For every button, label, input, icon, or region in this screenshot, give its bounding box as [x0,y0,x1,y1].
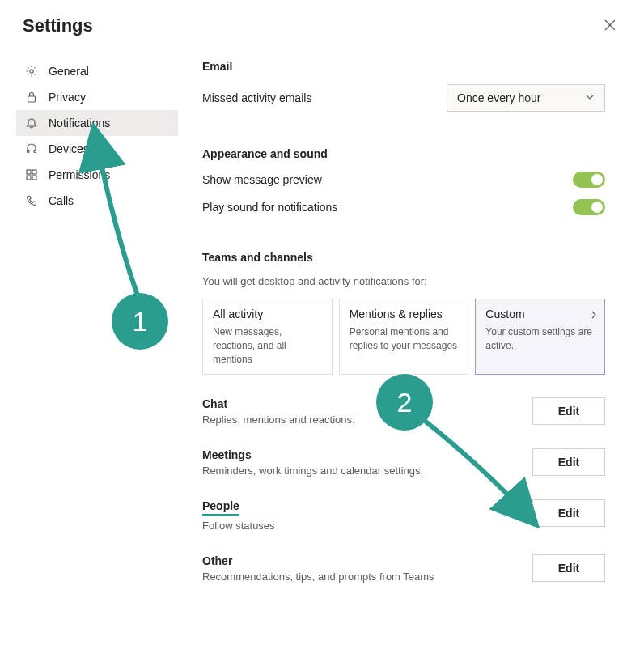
meetings-sub: Reminders, work timings and calendar set… [202,465,423,477]
svg-rect-3 [28,96,36,102]
card-desc: New messages, reactions, and all mention… [213,325,322,366]
card-custom[interactable]: Custom Your custom settings are active. [475,299,605,375]
sidebar-item-label: General [49,65,89,78]
apps-icon [24,168,39,182]
card-desc: Your custom settings are active. [485,325,595,353]
close-button[interactable] [599,15,621,37]
content: Email Missed activity emails Once every … [202,44,628,583]
sidebar-item-label: Permissions [49,168,110,181]
sidebar-item-label: Notifications [49,117,110,129]
meetings-edit-button[interactable]: Edit [532,448,605,476]
sidebar-item-label: Privacy [49,91,86,104]
svg-point-2 [30,70,33,73]
section-title-people: People [202,499,275,516]
close-icon [604,19,616,33]
phone-icon [24,193,39,208]
chevron-down-icon [585,91,595,104]
svg-rect-9 [32,176,36,180]
teams-sub: You will get desktop and activity notifi… [202,275,605,287]
chat-edit-button[interactable]: Edit [532,397,605,425]
card-desc: Personal mentions and replies to your me… [350,325,459,353]
section-title-teams: Teams and channels [202,251,605,264]
people-sub: Follow statuses [202,520,275,532]
missed-emails-value: Once every hour [457,91,541,104]
play-sound-label: Play sound for notifications [202,201,337,214]
missed-emails-label: Missed activity emails [202,91,311,104]
svg-rect-8 [27,176,31,180]
sidebar-item-notifications[interactable]: Notifications [16,110,178,136]
sidebar-item-privacy[interactable]: Privacy [16,84,178,110]
section-title-chat: Chat [202,397,355,410]
card-title: Custom [485,308,595,320]
other-edit-button[interactable]: Edit [532,554,605,582]
missed-emails-select[interactable]: Once every hour [447,84,605,112]
sidebar-item-general[interactable]: General [16,58,178,84]
sidebar: General Privacy Notifications Devices Pe [16,44,178,583]
sidebar-item-label: Devices [49,142,89,155]
sidebar-item-devices[interactable]: Devices [16,136,178,162]
chevron-right-icon [590,309,598,321]
play-sound-toggle[interactable] [573,199,605,215]
gear-icon [24,64,39,79]
svg-rect-4 [28,150,30,153]
section-title-email: Email [202,60,605,73]
people-edit-button[interactable]: Edit [532,499,605,527]
card-title: Mentions & replies [350,308,459,320]
page-title: Settings [23,15,93,36]
chat-sub: Replies, mentions and reactions. [202,414,355,426]
section-title-appearance: Appearance and sound [202,147,605,160]
sidebar-item-calls[interactable]: Calls [16,188,178,214]
show-preview-toggle[interactable] [573,172,605,188]
svg-rect-5 [34,150,36,153]
sidebar-item-label: Calls [49,194,74,207]
section-title-other: Other [202,554,434,567]
card-mentions-replies[interactable]: Mentions & replies Personal mentions and… [339,299,469,375]
svg-rect-6 [27,170,31,174]
card-title: All activity [213,308,322,320]
lock-icon [24,90,39,104]
section-title-meetings: Meetings [202,448,423,461]
card-all-activity[interactable]: All activity New messages, reactions, an… [202,299,333,375]
svg-rect-7 [32,170,36,174]
bell-icon [24,116,39,130]
sidebar-item-permissions[interactable]: Permissions [16,162,178,188]
headset-icon [24,142,39,156]
show-preview-label: Show message preview [202,173,322,186]
other-sub: Recommendations, tips, and prompts from … [202,571,434,583]
